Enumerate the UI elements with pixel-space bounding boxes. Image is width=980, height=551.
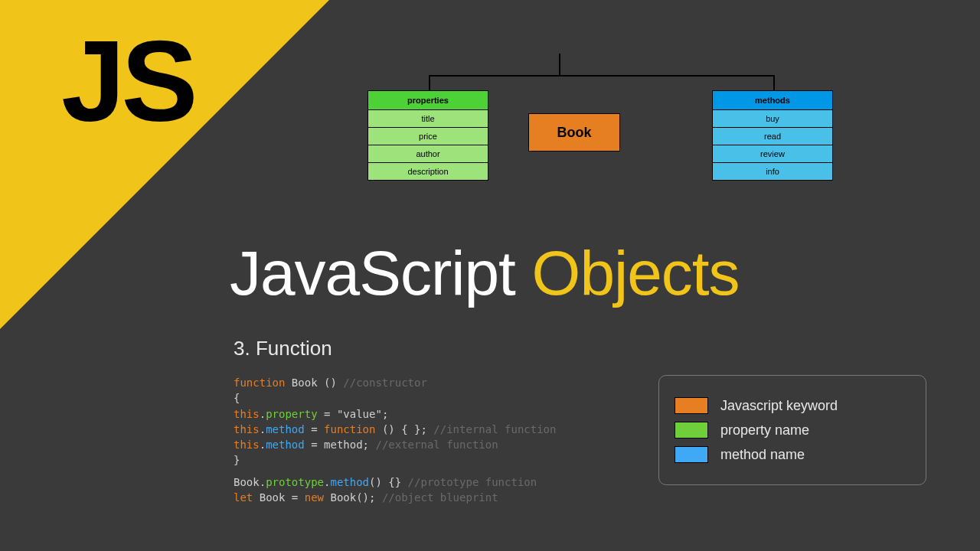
color-legend: Javascript keyword property name method … [658,375,926,485]
code-line: this.method = method; //external functio… [234,437,556,452]
code-keyword: this [234,439,260,451]
code-keyword: new [305,491,324,504]
legend-item: property name [675,422,910,439]
code-line: } [234,452,556,468]
properties-table: properties title price author descriptio… [368,90,488,181]
property-row: author [368,145,488,163]
code-text: . [260,408,266,420]
code-text: = method; [305,439,376,451]
legend-label: Javascript keyword [720,398,838,414]
property-row: title [368,110,488,128]
object-name: Book [557,125,592,141]
code-method: method [266,423,305,435]
property-row: price [368,128,488,145]
code-method: method [330,476,369,488]
section-heading: 3. Function [234,337,332,360]
legend-label: method name [720,447,805,463]
legend-swatch-orange [675,397,708,414]
code-property: prototype [266,476,324,488]
properties-header: properties [368,91,488,110]
code-text: . [260,439,266,451]
object-diagram: properties title price author descriptio… [368,54,842,207]
code-keyword: function [324,423,375,435]
legend-swatch-green [675,422,708,439]
code-property: property [266,408,317,420]
method-row: info [713,163,832,180]
code-keyword: this [234,408,260,420]
js-logo-text: JS [61,15,194,148]
method-row: review [713,145,832,163]
code-comment: //external function [375,439,498,451]
code-text: () {} [369,476,408,488]
code-comment: //constructor [343,377,427,389]
methods-header: methods [713,91,832,110]
code-comment: //prototype function [408,476,537,488]
code-keyword: this [234,423,260,435]
code-text: . [260,423,266,435]
connector-line [429,75,430,92]
connector-line [429,75,773,77]
method-row: read [713,128,832,145]
code-sample: function Book () //constructor { this.pr… [234,375,556,505]
code-text: = [305,423,324,435]
code-text: Book [234,476,260,488]
legend-label: property name [720,422,809,439]
object-name-box: Book [528,113,620,152]
code-line: function Book () //constructor [234,375,556,390]
code-text: () { }; [375,423,433,435]
code-text: = "value"; [318,408,389,420]
method-row: buy [713,110,832,128]
code-line: this.method = function () { }; //interna… [234,422,556,437]
code-text: . [260,476,266,488]
code-comment: //object blueprint [382,491,498,504]
code-keyword: let [234,491,253,504]
code-text: Book(); [324,491,382,504]
title-accent: Objects [532,238,740,308]
code-text: Book = [253,491,304,504]
connector-line [559,54,560,75]
code-text: Book () [285,377,343,389]
code-line: this.property = "value"; [234,406,556,422]
title-plain: JavaScript [230,238,532,308]
legend-item: method name [675,446,910,463]
page-title: JavaScript Objects [230,237,740,309]
code-line: { [234,390,556,406]
methods-table: methods buy read review info [712,90,833,181]
connector-line [773,75,775,92]
code-line: Book.prototype.method() {} //prototype f… [234,474,556,490]
code-keyword: function [234,377,285,389]
legend-swatch-blue [675,446,708,463]
property-row: description [368,163,488,180]
code-comment: //internal function [433,423,556,435]
code-method: method [266,439,305,451]
code-blank [234,468,556,474]
code-line: let Book = new Book(); //object blueprin… [234,490,556,505]
legend-item: Javascript keyword [675,397,910,414]
